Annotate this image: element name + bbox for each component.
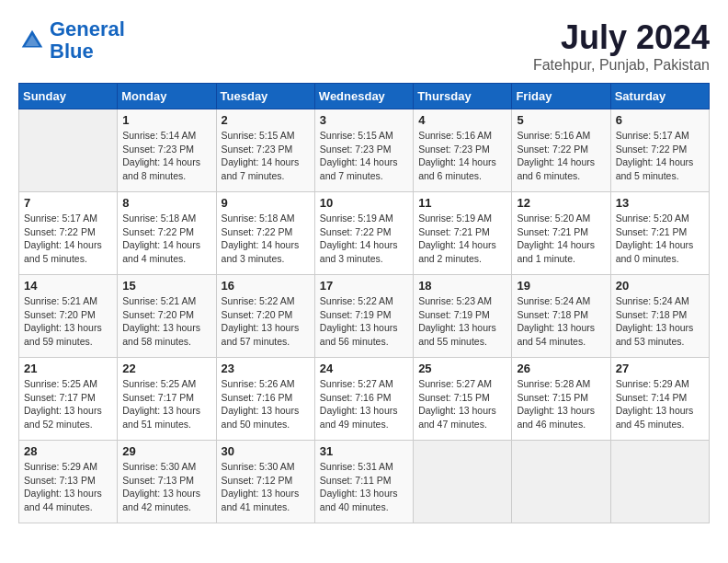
calendar-cell: 12Sunrise: 5:20 AM Sunset: 7:21 PM Dayli… xyxy=(512,192,610,275)
day-number: 2 xyxy=(222,113,310,127)
day-number: 27 xyxy=(616,362,704,375)
day-info: Sunrise: 5:23 AM Sunset: 7:19 PM Dayligh… xyxy=(418,294,506,349)
weekday-header-friday: Friday xyxy=(512,84,610,109)
weekday-header-monday: Monday xyxy=(118,84,216,109)
calendar-cell: 16Sunrise: 5:22 AM Sunset: 7:20 PM Dayli… xyxy=(216,275,314,358)
day-info: Sunrise: 5:31 AM Sunset: 7:11 PM Dayligh… xyxy=(320,460,408,514)
calendar-cell: 24Sunrise: 5:27 AM Sunset: 7:16 PM Dayli… xyxy=(314,358,413,441)
day-info: Sunrise: 5:17 AM Sunset: 7:22 PM Dayligh… xyxy=(24,212,112,266)
calendar-cell: 2Sunrise: 5:15 AM Sunset: 7:23 PM Daylig… xyxy=(216,109,314,192)
weekday-header-wednesday: Wednesday xyxy=(314,84,413,109)
day-number: 11 xyxy=(418,196,506,210)
day-info: Sunrise: 5:18 AM Sunset: 7:22 PM Dayligh… xyxy=(122,212,210,266)
day-info: Sunrise: 5:26 AM Sunset: 7:16 PM Dayligh… xyxy=(222,377,310,431)
calendar-cell: 3Sunrise: 5:15 AM Sunset: 7:23 PM Daylig… xyxy=(314,109,413,192)
calendar-cell: 27Sunrise: 5:29 AM Sunset: 7:14 PM Dayli… xyxy=(610,358,709,441)
day-number: 26 xyxy=(517,362,605,375)
day-number: 18 xyxy=(418,279,506,293)
weekday-header-thursday: Thursday xyxy=(414,84,512,109)
calendar-cell: 18Sunrise: 5:23 AM Sunset: 7:19 PM Dayli… xyxy=(414,275,512,358)
day-info: Sunrise: 5:21 AM Sunset: 7:20 PM Dayligh… xyxy=(24,294,112,349)
day-number: 29 xyxy=(122,444,210,458)
calendar-body: 1Sunrise: 5:14 AM Sunset: 7:23 PM Daylig… xyxy=(19,109,710,523)
day-info: Sunrise: 5:24 AM Sunset: 7:18 PM Dayligh… xyxy=(616,294,704,349)
day-number: 31 xyxy=(320,444,408,458)
page-header: General Blue July 2024 Fatehpur, Punjab,… xyxy=(18,18,710,74)
day-number: 25 xyxy=(418,362,506,375)
calendar-cell: 28Sunrise: 5:29 AM Sunset: 7:13 PM Dayli… xyxy=(19,441,118,523)
calendar-week-row: 7Sunrise: 5:17 AM Sunset: 7:22 PM Daylig… xyxy=(19,192,710,275)
title-block: July 2024 Fatehpur, Punjab, Pakistan xyxy=(533,18,710,74)
calendar-cell xyxy=(512,441,610,523)
day-number: 19 xyxy=(517,279,605,293)
calendar-cell: 19Sunrise: 5:24 AM Sunset: 7:18 PM Dayli… xyxy=(512,275,610,358)
day-info: Sunrise: 5:27 AM Sunset: 7:15 PM Dayligh… xyxy=(418,377,506,431)
calendar-cell: 30Sunrise: 5:30 AM Sunset: 7:12 PM Dayli… xyxy=(216,441,314,523)
day-number: 1 xyxy=(122,113,210,127)
weekday-header-saturday: Saturday xyxy=(610,84,709,109)
day-info: Sunrise: 5:19 AM Sunset: 7:21 PM Dayligh… xyxy=(418,212,506,266)
day-number: 6 xyxy=(616,113,704,127)
calendar-cell: 26Sunrise: 5:28 AM Sunset: 7:15 PM Dayli… xyxy=(512,358,610,441)
day-info: Sunrise: 5:27 AM Sunset: 7:16 PM Dayligh… xyxy=(320,377,408,431)
day-info: Sunrise: 5:20 AM Sunset: 7:21 PM Dayligh… xyxy=(517,212,605,266)
calendar-cell xyxy=(414,441,512,523)
calendar-cell: 20Sunrise: 5:24 AM Sunset: 7:18 PM Dayli… xyxy=(610,275,709,358)
day-number: 12 xyxy=(517,196,605,210)
calendar-week-row: 28Sunrise: 5:29 AM Sunset: 7:13 PM Dayli… xyxy=(19,441,710,523)
day-info: Sunrise: 5:20 AM Sunset: 7:21 PM Dayligh… xyxy=(616,212,704,266)
day-info: Sunrise: 5:18 AM Sunset: 7:22 PM Dayligh… xyxy=(222,212,310,266)
day-info: Sunrise: 5:19 AM Sunset: 7:22 PM Dayligh… xyxy=(320,212,408,266)
calendar-cell: 15Sunrise: 5:21 AM Sunset: 7:20 PM Dayli… xyxy=(118,275,216,358)
month-year-title: July 2024 xyxy=(533,18,710,57)
calendar-cell: 13Sunrise: 5:20 AM Sunset: 7:21 PM Dayli… xyxy=(610,192,709,275)
day-number: 16 xyxy=(222,279,310,293)
calendar-cell: 11Sunrise: 5:19 AM Sunset: 7:21 PM Dayli… xyxy=(414,192,512,275)
day-info: Sunrise: 5:29 AM Sunset: 7:14 PM Dayligh… xyxy=(616,377,704,431)
day-info: Sunrise: 5:29 AM Sunset: 7:13 PM Dayligh… xyxy=(24,460,112,514)
day-info: Sunrise: 5:22 AM Sunset: 7:19 PM Dayligh… xyxy=(320,294,408,349)
calendar-cell: 8Sunrise: 5:18 AM Sunset: 7:22 PM Daylig… xyxy=(118,192,216,275)
day-info: Sunrise: 5:22 AM Sunset: 7:20 PM Dayligh… xyxy=(222,294,310,349)
calendar-cell: 1Sunrise: 5:14 AM Sunset: 7:23 PM Daylig… xyxy=(118,109,216,192)
day-number: 23 xyxy=(222,362,310,375)
calendar-header-row: SundayMondayTuesdayWednesdayThursdayFrid… xyxy=(19,84,710,109)
calendar-week-row: 1Sunrise: 5:14 AM Sunset: 7:23 PM Daylig… xyxy=(19,109,710,192)
day-number: 10 xyxy=(320,196,408,210)
day-number: 24 xyxy=(320,362,408,375)
day-info: Sunrise: 5:30 AM Sunset: 7:13 PM Dayligh… xyxy=(122,460,210,514)
day-info: Sunrise: 5:15 AM Sunset: 7:23 PM Dayligh… xyxy=(320,129,408,183)
day-info: Sunrise: 5:17 AM Sunset: 7:22 PM Dayligh… xyxy=(616,129,704,183)
day-number: 13 xyxy=(616,196,704,210)
calendar-cell: 29Sunrise: 5:30 AM Sunset: 7:13 PM Dayli… xyxy=(118,441,216,523)
calendar-cell: 21Sunrise: 5:25 AM Sunset: 7:17 PM Dayli… xyxy=(19,358,118,441)
day-number: 17 xyxy=(320,279,408,293)
weekday-header-tuesday: Tuesday xyxy=(216,84,314,109)
day-info: Sunrise: 5:24 AM Sunset: 7:18 PM Dayligh… xyxy=(517,294,605,349)
day-number: 22 xyxy=(122,362,210,375)
weekday-header-sunday: Sunday xyxy=(19,84,118,109)
calendar-cell: 25Sunrise: 5:27 AM Sunset: 7:15 PM Dayli… xyxy=(414,358,512,441)
calendar-cell: 10Sunrise: 5:19 AM Sunset: 7:22 PM Dayli… xyxy=(314,192,413,275)
calendar-cell: 22Sunrise: 5:25 AM Sunset: 7:17 PM Dayli… xyxy=(118,358,216,441)
calendar-table: SundayMondayTuesdayWednesdayThursdayFrid… xyxy=(18,83,710,523)
day-number: 20 xyxy=(616,279,704,293)
calendar-cell: 5Sunrise: 5:16 AM Sunset: 7:22 PM Daylig… xyxy=(512,109,610,192)
calendar-cell: 31Sunrise: 5:31 AM Sunset: 7:11 PM Dayli… xyxy=(314,441,413,523)
day-number: 15 xyxy=(122,279,210,293)
day-number: 8 xyxy=(122,196,210,210)
calendar-cell: 9Sunrise: 5:18 AM Sunset: 7:22 PM Daylig… xyxy=(216,192,314,275)
day-number: 28 xyxy=(24,444,112,458)
day-number: 7 xyxy=(24,196,112,210)
day-info: Sunrise: 5:15 AM Sunset: 7:23 PM Dayligh… xyxy=(222,129,310,183)
logo-icon xyxy=(18,27,46,54)
day-number: 4 xyxy=(418,113,506,127)
day-info: Sunrise: 5:16 AM Sunset: 7:22 PM Dayligh… xyxy=(517,129,605,183)
logo: General Blue xyxy=(18,18,125,63)
calendar-week-row: 14Sunrise: 5:21 AM Sunset: 7:20 PM Dayli… xyxy=(19,275,710,358)
day-number: 21 xyxy=(24,362,112,375)
calendar-cell xyxy=(610,441,709,523)
calendar-week-row: 21Sunrise: 5:25 AM Sunset: 7:17 PM Dayli… xyxy=(19,358,710,441)
day-number: 3 xyxy=(320,113,408,127)
day-info: Sunrise: 5:25 AM Sunset: 7:17 PM Dayligh… xyxy=(122,377,210,431)
